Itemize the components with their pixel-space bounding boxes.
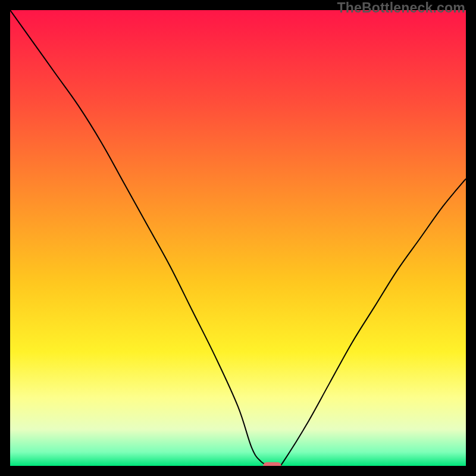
- chart-frame: TheBottleneck.com: [0, 0, 476, 476]
- optimum-marker: [263, 462, 281, 466]
- gradient-background: [10, 10, 466, 466]
- plot-area: [10, 10, 466, 466]
- watermark-text: TheBottleneck.com: [337, 0, 465, 16]
- bottleneck-chart: [10, 10, 466, 466]
